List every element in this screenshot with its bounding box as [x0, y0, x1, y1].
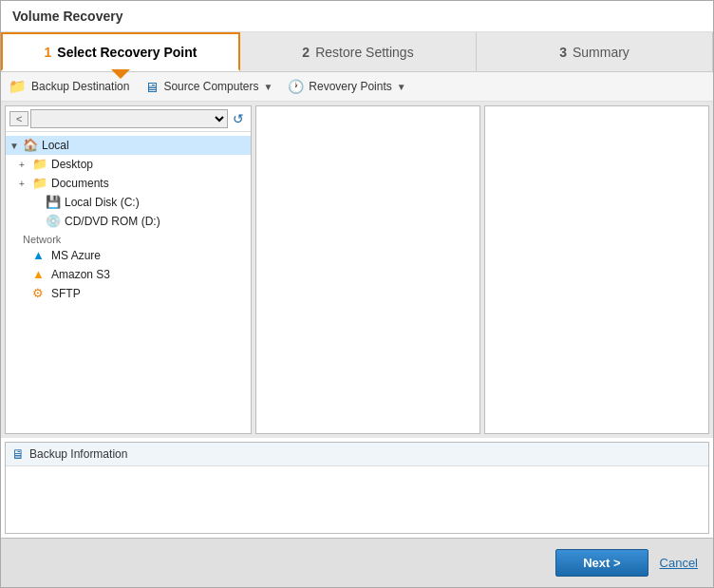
source-computers-button[interactable]: 🖥 Source Computers ▼: [144, 79, 272, 95]
tree-label-local: Local: [42, 139, 69, 152]
tree-label-amazon-s3: Amazon S3: [51, 268, 110, 281]
title-bar: Volume Recovery: [1, 1, 713, 32]
next-button[interactable]: Next >: [555, 549, 648, 577]
backup-info-label: Backup Information: [29, 447, 127, 461]
wizard-tabs: 1 Select Recovery Point 2 Restore Settin…: [1, 32, 713, 72]
tab-step-3: 3: [559, 45, 567, 60]
bottom-section: 🖥 Backup Information: [5, 442, 709, 534]
tree-item-documents[interactable]: + 📁 Documents: [6, 174, 251, 193]
folder-icon-desktop: 📁: [32, 157, 47, 172]
left-panel: < ↺ ▼ 🏠 Local + 📁 Desktop: [5, 105, 252, 434]
tree-label-local-disk-c: Local Disk (C:): [65, 196, 140, 209]
tree-label-documents: Documents: [51, 177, 109, 190]
source-computers-panel: [255, 105, 480, 434]
tab-label-3: Summary: [573, 45, 629, 60]
expander-desktop: +: [19, 160, 32, 170]
azure-icon: ▲: [32, 248, 47, 263]
folder-icon-documents: 📁: [32, 176, 47, 191]
tree-label-cdrom-d: CD/DVD ROM (D:): [65, 215, 160, 228]
source-computers-label: Source Computers: [163, 80, 258, 93]
folder-icon: 📁: [9, 78, 27, 95]
tree-label-sftp: SFTP: [51, 287, 81, 300]
refresh-button[interactable]: ↺: [230, 111, 247, 126]
tree-label-desktop: Desktop: [51, 158, 93, 171]
backup-info-header: 🖥 Backup Information: [6, 443, 708, 466]
amazon-icon: ▲: [32, 267, 47, 282]
tree-item-ms-azure[interactable]: ▲ MS Azure: [6, 246, 251, 265]
tree-item-cdrom-d[interactable]: 💿 CD/DVD ROM (D:): [6, 212, 251, 231]
main-content: < ↺ ▼ 🏠 Local + 📁 Desktop: [1, 102, 713, 438]
dialog-title: Volume Recovery: [12, 9, 122, 24]
tree-label-ms-azure: MS Azure: [51, 249, 101, 262]
cdrom-icon-d: 💿: [46, 214, 61, 229]
backup-destination-label: Backup Destination: [31, 80, 129, 93]
tab-step-2: 2: [302, 45, 310, 60]
tree-item-amazon-s3[interactable]: ▲ Amazon S3: [6, 265, 251, 284]
backup-destination-button[interactable]: 📁 Backup Destination: [9, 78, 129, 95]
tree-item-desktop[interactable]: + 📁 Desktop: [6, 155, 251, 174]
tab-label-1: Select Recovery Point: [57, 45, 197, 60]
address-bar: < ↺: [6, 106, 251, 132]
source-computers-dropdown-icon: ▼: [263, 82, 272, 92]
cancel-button[interactable]: Cancel: [660, 556, 698, 570]
tab-select-recovery-point[interactable]: 1 Select Recovery Point: [1, 32, 240, 71]
sftp-icon: ⚙: [32, 286, 47, 301]
tab-restore-settings[interactable]: 2 Restore Settings: [240, 32, 477, 71]
network-section-label: Network: [6, 231, 251, 246]
disk-icon-c: 💾: [46, 195, 61, 210]
tab-step-1: 1: [45, 45, 52, 60]
backup-info-area: [6, 466, 708, 533]
right-panels: [255, 105, 709, 434]
tree-item-local[interactable]: ▼ 🏠 Local: [6, 136, 251, 155]
tree-view: ▼ 🏠 Local + 📁 Desktop + 📁 Documents: [6, 132, 251, 433]
backup-info-icon: 🖥: [11, 446, 25, 462]
recovery-points-dropdown-icon: ▼: [397, 82, 406, 92]
recovery-points-panel: [484, 105, 709, 434]
tab-active-arrow: [111, 69, 130, 79]
expander-local: ▼: [9, 141, 23, 151]
tab-summary[interactable]: 3 Summary: [477, 32, 713, 71]
tree-item-sftp[interactable]: ⚙ SFTP: [6, 284, 251, 303]
clock-icon: 🕐: [288, 79, 304, 94]
tab-label-2: Restore Settings: [315, 45, 414, 60]
volume-recovery-dialog: Volume Recovery 1 Select Recovery Point …: [0, 0, 714, 588]
recovery-points-button[interactable]: 🕐 Revovery Points ▼: [288, 79, 405, 94]
computer-icon: 🖥: [144, 79, 159, 95]
recovery-points-label: Revovery Points: [309, 80, 391, 93]
expander-documents: +: [19, 179, 32, 189]
tree-item-local-disk-c[interactable]: 💾 Local Disk (C:): [6, 193, 251, 212]
path-select[interactable]: [30, 109, 228, 128]
back-button[interactable]: <: [9, 111, 28, 126]
footer: Next > Cancel: [1, 538, 713, 587]
home-icon: 🏠: [23, 138, 38, 153]
toolbar: 📁 Backup Destination 🖥 Source Computers …: [1, 72, 713, 102]
